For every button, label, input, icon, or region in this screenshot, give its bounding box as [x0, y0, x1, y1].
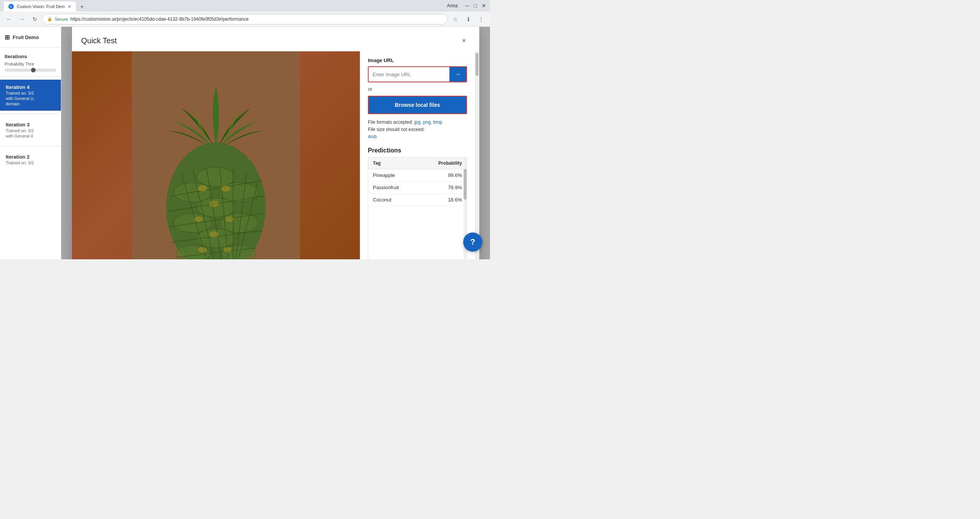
info-button[interactable]: ℹ	[462, 13, 474, 25]
window-controls: Anna ─ □ ✕	[447, 3, 486, 9]
pred-prob-passionfruit: 79.9%	[431, 185, 462, 190]
browser-tabs: C Custom Vision: Fruit Dem ✕ +	[4, 0, 87, 11]
browser-titlebar: C Custom Vision: Fruit Dem ✕ + Anna ─ □ …	[0, 0, 490, 11]
tab-title: Custom Vision: Fruit Dem	[17, 4, 65, 9]
minimize-button[interactable]: ─	[466, 3, 469, 9]
pred-prob-coconut: 18.6%	[431, 197, 462, 203]
lock-icon: 🔒	[47, 16, 52, 21]
or-text: or	[368, 86, 467, 92]
modal-scrollbar-thumb[interactable]	[475, 53, 479, 76]
layers-icon: ⊞	[5, 34, 10, 41]
main-area: ⚙ ? Quick Test ×	[61, 27, 490, 259]
toolbar-actions: ☆ ℹ ⋮	[449, 13, 487, 25]
quick-test-modal: Quick Test ×	[72, 27, 479, 259]
url-submit-button[interactable]: →	[449, 67, 466, 82]
iteration3-detail1: Trained on: 3/2	[6, 128, 56, 133]
iteration4-title: Iteration 4	[6, 84, 56, 90]
secure-label: Secure	[55, 17, 68, 21]
file-formats-text: File formats accepted:	[368, 120, 414, 125]
iteration2-detail1: Trained on: 3/2	[6, 160, 56, 165]
iteration3-title: Iteration 3	[6, 122, 56, 128]
iteration2-title: Iteration 2	[6, 154, 56, 160]
svg-point-18	[209, 231, 219, 237]
svg-point-17	[225, 216, 234, 222]
predictions-title: Predictions	[368, 147, 467, 154]
browser-toolbar: ← → ↻ 🔒 Secure https://customvision.ai/p…	[0, 11, 490, 27]
sidebar-header: ⊞ Fruit Demo	[0, 31, 61, 44]
svg-point-20	[223, 247, 232, 252]
modal-body: Image URL → or Browse local files	[72, 51, 479, 259]
browse-local-files-button[interactable]: Browse local files	[369, 97, 466, 113]
pred-prob-pineapple: 99.6%	[431, 172, 462, 178]
iteration4-detail1: Trained on: 3/2	[6, 91, 56, 95]
prediction-row-coconut: Coconut 18.6%	[368, 194, 467, 206]
svg-point-4	[197, 167, 235, 187]
browser-tab-active[interactable]: C Custom Vision: Fruit Dem ✕	[4, 2, 76, 11]
iteration4-detail2: with General (c	[6, 96, 56, 101]
sidebar-divider-1	[0, 47, 61, 47]
sidebar-divider-3	[0, 114, 61, 114]
forward-button[interactable]: →	[16, 13, 28, 25]
pred-tag-pineapple: Pineapple	[373, 172, 431, 178]
window-user: Anna	[447, 3, 458, 8]
image-url-label: Image URL	[368, 57, 467, 63]
modal-title: Quick Test	[81, 36, 117, 45]
image-url-input[interactable]	[369, 67, 449, 82]
app-name: Fruit Demo	[13, 34, 39, 40]
svg-point-16	[194, 216, 203, 222]
image-preview-area	[72, 51, 360, 259]
svg-point-13	[198, 185, 207, 192]
iteration3-detail2: with General d	[6, 134, 56, 138]
url-input-wrapper: →	[368, 66, 467, 82]
tab-close-button[interactable]: ✕	[68, 4, 71, 9]
svg-point-7	[197, 198, 235, 217]
maximize-button[interactable]: □	[474, 3, 477, 9]
browser-frame: C Custom Vision: Fruit Dem ✕ + Anna ─ □ …	[0, 0, 490, 259]
iteration4-detail3: domain	[6, 102, 56, 106]
predictions-section: Predictions Tag Probability Pineapple 99…	[368, 147, 467, 259]
file-info: File formats accepted: jpg, png, bmp Fil…	[368, 119, 467, 141]
predictions-scrollbar-thumb[interactable]	[464, 169, 467, 200]
col-tag: Tag	[373, 160, 431, 166]
more-button[interactable]: ⋮	[475, 13, 487, 25]
iterations-label: Iterations	[0, 51, 61, 61]
file-size-text: File size should not exceed:	[368, 127, 425, 132]
back-button[interactable]: ←	[3, 13, 15, 25]
pineapple-image	[72, 51, 360, 259]
tab-favicon: C	[8, 4, 14, 9]
prediction-row-passionfruit: Passionfruit 79.9%	[368, 182, 467, 194]
col-probability: Probability	[431, 160, 462, 166]
sidebar-divider-2	[0, 76, 61, 77]
sidebar-item-iteration2[interactable]: Iteration 2 Trained on: 3/2	[0, 149, 61, 170]
svg-point-19	[198, 247, 207, 252]
page-content: ⊞ Fruit Demo Iterations Probability Thre…	[0, 27, 490, 259]
svg-point-15	[209, 201, 219, 207]
new-tab-button[interactable]: +	[77, 2, 87, 11]
modal-close-button[interactable]: ×	[458, 34, 470, 47]
file-size-value[interactable]: 4mb	[368, 134, 377, 139]
bookmark-button[interactable]: ☆	[449, 13, 461, 25]
svg-text:C: C	[10, 5, 12, 8]
arrow-right-icon: →	[455, 71, 461, 78]
modal-header: Quick Test ×	[72, 27, 479, 51]
svg-point-8	[174, 213, 212, 232]
predictions-header: Tag Probability	[368, 157, 467, 169]
right-panel: Image URL → or Browse local files	[360, 51, 475, 259]
address-bar[interactable]: 🔒 Secure https://customvision.ai/project…	[42, 14, 448, 25]
modal-overlay: Quick Test ×	[61, 27, 490, 259]
sidebar-divider-4	[0, 146, 61, 146]
predictions-table: Tag Probability Pineapple 99.6% Passionf…	[368, 157, 467, 259]
sidebar-item-iteration3[interactable]: Iteration 3 Trained on: 3/2 with General…	[0, 117, 61, 143]
url-text: https://customvision.ai/projects/ec4105d…	[70, 16, 249, 22]
help-bubble-button[interactable]: ?	[463, 232, 482, 252]
pred-tag-coconut: Coconut	[373, 197, 431, 203]
modal-scrollbar	[475, 51, 479, 259]
pred-tag-passionfruit: Passionfruit	[373, 185, 431, 190]
file-formats-links[interactable]: jpg, png, bmp	[414, 120, 442, 125]
svg-point-14	[221, 185, 230, 192]
sidebar-item-iteration4[interactable]: Iteration 4 Trained on: 3/2 with General…	[0, 80, 61, 111]
close-window-button[interactable]: ✕	[482, 3, 486, 9]
browse-btn-wrapper: Browse local files	[368, 96, 467, 114]
sidebar: ⊞ Fruit Demo Iterations Probability Thre…	[0, 27, 61, 259]
refresh-button[interactable]: ↻	[29, 13, 41, 25]
